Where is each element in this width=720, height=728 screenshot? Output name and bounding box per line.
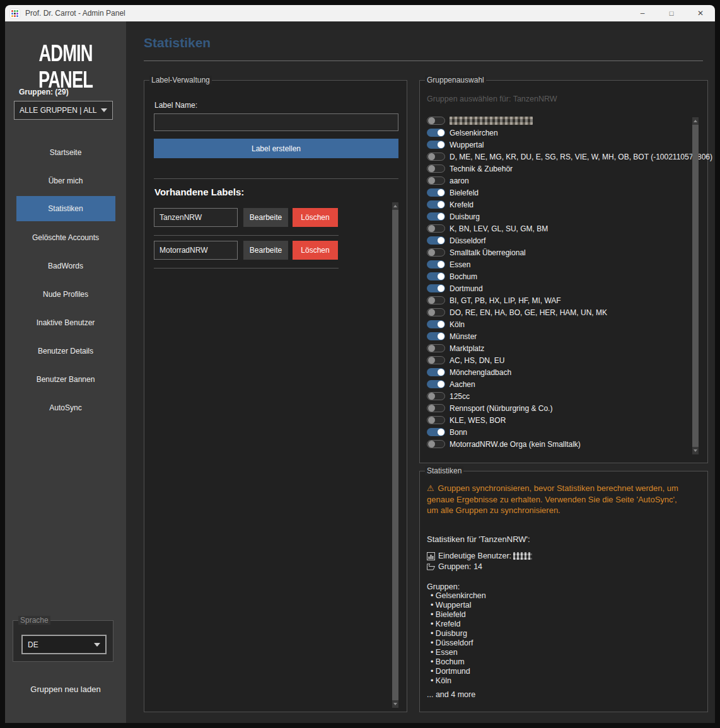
group-toggle-switch[interactable] [427,176,445,185]
group-list-scrollbar[interactable] [692,117,699,454]
group-label: Gelsenkirchen [450,129,498,137]
group-toggle-switch[interactable] [427,200,445,209]
group-row: Köln [427,318,691,330]
group-toggle-switch[interactable] [427,392,445,400]
group-toggle-switch[interactable] [427,284,445,292]
group-toggle-switch[interactable] [427,416,445,424]
scroll-up-icon[interactable] [392,202,398,210]
group-row: Aachen [427,378,691,390]
group-toggle-switch[interactable] [427,224,445,233]
group-row: Mönchengladbach [427,366,691,378]
label-name-field[interactable] [154,208,238,227]
scroll-down-icon[interactable] [392,700,398,708]
divider [154,268,339,269]
sidebar-item-badwords[interactable]: BadWords [16,251,115,280]
statistics-panel: Statistiken ⚠ Gruppen synchronisieren, b… [419,471,708,712]
group-row: Münster [427,330,691,342]
group-row: 125cc [427,390,691,402]
page-title: Statistiken [144,35,211,50]
edit-label-button[interactable]: Bearbeite [243,208,288,227]
group-row: Duisburg [427,211,691,222]
group-toggle-switch[interactable] [427,165,445,173]
warning-icon: ⚠ [427,483,434,493]
sidebar-item-benutzer-details[interactable]: Benutzer Details [16,337,115,365]
group-bullet-item: • Wuppertal [431,601,486,610]
close-button[interactable]: ✕ [686,5,715,21]
label-name-field[interactable] [154,241,238,260]
group-label: MotorradNRW.de Orga (kein Smalltalk) [450,440,581,449]
group-toggle-switch[interactable] [427,141,445,149]
main-content: Statistiken Label-Verwaltung Label Name:… [126,21,715,723]
group-toggle-switch[interactable] [427,368,445,376]
groups-dropdown[interactable]: ALLE GRUPPEN | ALL [14,101,113,120]
groups-bullet-list: • Gelsenkirchen• Wuppertal• Bielefeld• K… [431,591,486,686]
scroll-down-icon[interactable] [692,447,699,454]
group-toggle-switch[interactable] [427,248,445,257]
group-toggle-switch[interactable] [427,188,445,197]
sidebar-item-ueber-mich[interactable]: Über mich [16,166,115,195]
group-label: K, BN, LEV, GL, SU, GM, BM [450,224,548,233]
group-label: Marktplatz [450,344,484,353]
maximize-button[interactable]: □ [657,5,686,21]
sidebar-item-autosync[interactable]: AutoSync [16,393,115,422]
delete-label-button[interactable]: Löschen [293,208,338,227]
minimize-button[interactable]: – [628,5,657,21]
label-name-input[interactable] [154,113,398,131]
group-toggle-switch[interactable] [427,212,445,221]
create-label-button[interactable]: Label erstellen [154,139,398,158]
group-toggle-switch[interactable] [427,236,445,245]
scrollbar-thumb[interactable] [692,125,699,447]
group-toggle-switch[interactable] [427,272,445,280]
group-row: Smalltalk Überregional [427,246,691,258]
sidebar-item-benutzer-bannen[interactable]: Benutzer Bannen [16,365,115,393]
group-label: Technik & Zubehör [450,165,513,173]
sidebar-nav: StartseiteÜber michStatistikenGelöschte … [5,138,126,422]
group-toggle-switch[interactable] [427,308,445,316]
group-toggle-switch[interactable] [427,260,445,269]
group-row: Dortmund [427,282,691,294]
group-toggle-switch[interactable] [427,332,445,340]
sidebar-item-startseite[interactable]: Startseite [16,138,115,166]
group-toggle-switch[interactable] [427,153,445,161]
sidebar-item-geloeschte-accounts[interactable]: Gelöschte Accounts [16,223,115,251]
group-row: K, BN, LEV, GL, SU, GM, BM [427,222,691,234]
group-row: Düsseldorf [427,234,691,246]
statistics-legend: Statistiken [425,466,463,475]
group-toggle-switch[interactable] [427,440,445,448]
group-bullet-item: • Düsseldorf [431,638,486,648]
groups-count-line: Gruppen: 14 [427,562,482,571]
group-row [427,115,691,127]
reload-groups-button[interactable]: Gruppen neu laden [5,685,126,694]
group-toggle-switch[interactable] [427,344,445,352]
sidebar-item-statistiken[interactable]: Statistiken [16,196,115,221]
language-dropdown[interactable]: DE [21,635,107,654]
group-toggle-switch[interactable] [427,428,445,436]
group-toggle-switch[interactable] [427,129,445,137]
group-toggle-switch[interactable] [427,296,445,304]
group-row: Bochum [427,270,691,282]
group-label: 125cc [450,392,470,401]
scrollbar-thumb[interactable] [392,210,398,700]
group-row: AC, HS, DN, EU [427,354,691,366]
group-label-redacted [450,117,533,125]
groups-count-label: Gruppen: [438,562,471,571]
group-toggle-switch[interactable] [427,404,445,412]
group-toggle-switch[interactable] [427,356,445,364]
group-label: Düsseldorf [450,236,485,245]
sidebar-item-inaktive-benutzer[interactable]: Inaktive Benutzer [16,308,115,337]
existing-labels-heading: Vorhandene Labels: [154,187,244,197]
edit-label-button[interactable]: Bearbeite [243,241,288,260]
group-label: Bonn [450,428,467,437]
unique-users-line: Eindeutige Benutzer: [427,552,532,560]
label-panel-scrollbar[interactable] [392,202,398,708]
group-toggle-switch[interactable] [427,117,445,125]
groups-count-value: 14 [473,562,482,571]
scroll-up-icon[interactable] [692,117,699,125]
group-toggle-switch[interactable] [427,380,445,388]
sidebar-item-nude-profiles[interactable]: Nude Profiles [16,280,115,308]
chevron-down-icon [94,643,100,647]
group-toggle-switch[interactable] [427,320,445,328]
divider [154,235,339,236]
group-label: Mönchengladbach [450,368,511,377]
delete-label-button[interactable]: Löschen [293,241,338,260]
